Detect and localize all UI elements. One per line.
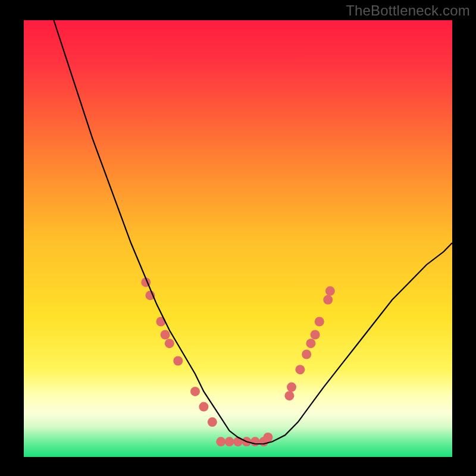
chart-svg xyxy=(0,0,476,476)
highlight-dot xyxy=(302,350,311,359)
plot-background xyxy=(24,20,452,457)
highlight-dot xyxy=(199,402,208,412)
highlight-dot xyxy=(284,391,294,400)
highlight-dot xyxy=(306,339,315,348)
highlight-dot xyxy=(161,330,170,340)
chart-frame: TheBottleneck.com xyxy=(0,0,476,476)
highlight-dot xyxy=(295,365,305,374)
watermark-text: TheBottleneck.com xyxy=(346,2,470,19)
highlight-dot xyxy=(325,286,335,296)
highlight-dot xyxy=(190,387,200,396)
highlight-dot xyxy=(173,356,183,366)
highlight-dot xyxy=(311,330,320,340)
highlight-dot xyxy=(250,437,260,446)
highlight-dot xyxy=(323,295,333,305)
highlight-dot xyxy=(263,433,273,442)
highlight-dot xyxy=(287,383,296,392)
highlight-dot xyxy=(208,417,217,427)
highlight-dot xyxy=(225,437,234,446)
highlight-dot xyxy=(315,317,324,327)
highlight-dot xyxy=(216,437,226,446)
highlight-dot xyxy=(165,339,174,348)
